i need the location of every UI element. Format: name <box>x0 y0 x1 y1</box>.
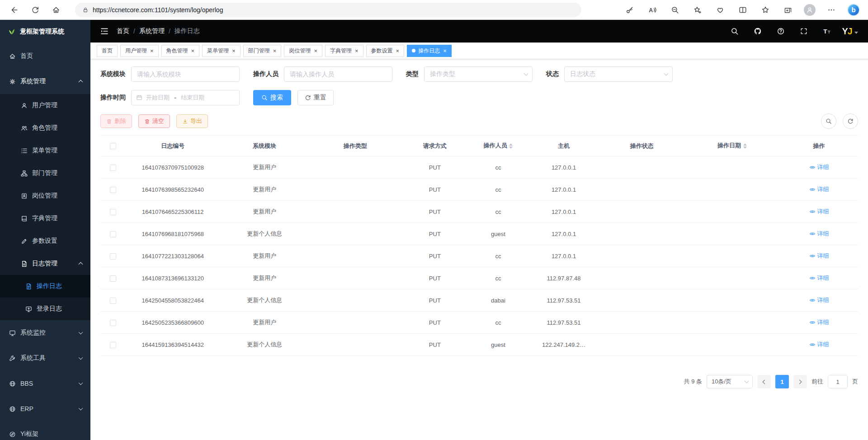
detail-link[interactable]: 详细 <box>809 163 829 171</box>
detail-link[interactable]: 详细 <box>809 274 829 282</box>
tab-菜单管理[interactable]: 菜单管理× <box>202 45 241 57</box>
bing-button[interactable]: b <box>847 4 860 16</box>
tab-操作日志[interactable]: 操作日志× <box>407 45 452 57</box>
sort-carets-icon[interactable] <box>743 142 747 151</box>
show-search-button[interactable] <box>821 114 836 129</box>
search-button[interactable]: 搜索 <box>253 90 291 105</box>
sidebar-item-菜单管理[interactable]: 菜单管理 <box>0 139 90 162</box>
row-checkbox[interactable] <box>110 320 116 326</box>
tab-岗位管理[interactable]: 岗位管理× <box>284 45 322 57</box>
read-aloud-button[interactable] <box>646 2 659 18</box>
browser-home-button[interactable] <box>48 2 64 18</box>
row-checkbox[interactable] <box>110 187 116 193</box>
sidebar-item-部门管理[interactable]: 部门管理 <box>0 162 90 185</box>
detail-link[interactable]: 详细 <box>809 230 829 238</box>
split-screen-button[interactable] <box>736 2 750 18</box>
sidebar-item-字典管理[interactable]: 字典管理 <box>0 207 90 230</box>
detail-link[interactable]: 详细 <box>809 208 829 216</box>
page-number-1[interactable]: 1 <box>775 375 789 388</box>
help-button[interactable] <box>773 24 788 39</box>
sidebar-item-首页[interactable]: 首页 <box>0 43 90 69</box>
fullscreen-button[interactable] <box>796 24 811 39</box>
favorites-button[interactable] <box>759 2 772 18</box>
detail-link[interactable]: 详细 <box>809 341 829 349</box>
col-date[interactable]: 操作日期 <box>684 136 780 156</box>
url-text[interactable]: https://ccnetcore.com:1101/system/log/op… <box>93 6 223 14</box>
app-logo[interactable]: 意框架管理系统 <box>0 20 90 43</box>
row-checkbox[interactable] <box>110 209 116 215</box>
tab-close-icon[interactable]: × <box>314 48 317 54</box>
tab-close-icon[interactable]: × <box>150 48 154 54</box>
sidebar-item-BBS[interactable]: BBS <box>0 371 90 396</box>
delete-button[interactable]: 删除 <box>100 114 132 128</box>
col-operator[interactable]: 操作人员 <box>468 136 528 156</box>
sidebar-item-系统工具[interactable]: 系统工具 <box>0 345 90 371</box>
reset-button[interactable]: 重置 <box>297 90 334 105</box>
collections-button[interactable] <box>781 2 795 18</box>
goto-page-input[interactable] <box>828 375 848 388</box>
address-bar[interactable]: https://ccnetcore.com:1101/system/log/op… <box>75 3 581 17</box>
sidebar-item-参数设置[interactable]: 参数设置 <box>0 230 90 252</box>
type-select[interactable]: 操作类型 <box>424 66 533 82</box>
tab-用户管理[interactable]: 用户管理× <box>120 45 159 57</box>
export-button[interactable]: 导出 <box>176 114 208 128</box>
sidebar-item-用户管理[interactable]: 用户管理 <box>0 94 90 117</box>
module-input[interactable] <box>131 66 240 82</box>
browser-back-button[interactable] <box>6 2 23 18</box>
sidebar-toggle-button[interactable] <box>97 24 112 39</box>
prev-page-button[interactable] <box>757 375 771 388</box>
refresh-table-button[interactable] <box>843 114 858 129</box>
select-all-checkbox[interactable] <box>110 143 116 149</box>
sidebar-item-操作日志[interactable]: 操作日志 <box>0 275 90 298</box>
breadcrumb-home[interactable]: 首页 <box>117 27 129 35</box>
next-page-button[interactable] <box>793 375 807 388</box>
tab-close-icon[interactable]: × <box>396 48 400 54</box>
tab-close-icon[interactable]: × <box>273 48 277 54</box>
sidebar-item-系统管理[interactable]: 系统管理 <box>0 69 90 94</box>
github-button[interactable] <box>750 24 765 39</box>
sidebar-item-角色管理[interactable]: 角色管理 <box>0 117 90 139</box>
sidebar-item-登录日志[interactable]: 登录日志 <box>0 298 90 320</box>
sort-carets-icon[interactable] <box>509 142 513 151</box>
sidebar-item-ERP[interactable]: ERP <box>0 396 90 421</box>
date-range-picker[interactable]: 开始日期 - 结束日期 <box>131 90 240 105</box>
status-select[interactable]: 日志状态 <box>564 66 673 82</box>
breadcrumb-system[interactable]: 系统管理 <box>139 27 165 35</box>
row-checkbox[interactable] <box>110 165 116 171</box>
sidebar-item-Yi框架[interactable]: Yi框架 <box>0 421 90 440</box>
browser-essentials-button[interactable] <box>713 2 727 18</box>
header-search-button[interactable] <box>727 24 742 39</box>
row-checkbox[interactable] <box>110 342 116 348</box>
row-checkbox[interactable] <box>110 298 116 304</box>
add-favorite-button[interactable] <box>691 2 704 18</box>
tab-close-icon[interactable]: × <box>443 48 447 54</box>
detail-link[interactable]: 详细 <box>809 296 829 304</box>
tab-首页[interactable]: 首页 <box>97 45 118 57</box>
tab-参数设置[interactable]: 参数设置× <box>366 45 405 57</box>
sidebar-item-系统监控[interactable]: 系统监控 <box>0 320 90 345</box>
operator-input[interactable] <box>284 66 392 82</box>
page-size-select[interactable]: 10条/页 <box>707 375 753 388</box>
detail-link[interactable]: 详细 <box>809 318 829 326</box>
sidebar-item-岗位管理[interactable]: 岗位管理 <box>0 185 90 207</box>
browser-refresh-button[interactable] <box>27 2 43 18</box>
tab-角色管理[interactable]: 角色管理× <box>161 45 200 57</box>
clear-button[interactable]: 清空 <box>138 114 170 128</box>
browser-menu-button[interactable] <box>825 2 838 18</box>
tab-close-icon[interactable]: × <box>355 48 359 54</box>
sidebar-item-日志管理[interactable]: 日志管理 <box>0 252 90 275</box>
tab-close-icon[interactable]: × <box>232 48 236 54</box>
tab-部门管理[interactable]: 部门管理× <box>243 45 282 57</box>
tab-字典管理[interactable]: 字典管理× <box>325 45 363 57</box>
password-manager-button[interactable] <box>623 2 637 18</box>
detail-link[interactable]: 详细 <box>809 252 829 260</box>
row-checkbox[interactable] <box>110 253 116 260</box>
font-size-button[interactable] <box>819 24 835 39</box>
tab-close-icon[interactable]: × <box>191 48 195 54</box>
detail-link[interactable]: 详细 <box>809 185 829 194</box>
row-checkbox[interactable] <box>110 275 116 282</box>
user-menu[interactable]: YJ <box>842 26 858 37</box>
profile-avatar[interactable] <box>804 4 816 16</box>
row-checkbox[interactable] <box>110 231 116 237</box>
zoom-button[interactable] <box>668 2 682 18</box>
